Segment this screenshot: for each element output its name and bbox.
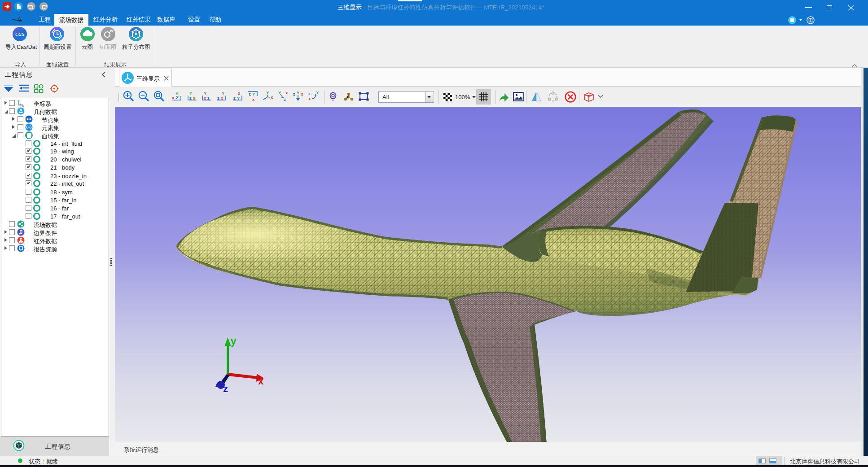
svg-text:Y: Y	[204, 91, 207, 96]
svg-text:x: x	[172, 95, 175, 100]
svg-text:Y: Y	[252, 92, 255, 96]
svg-text:Y: Y	[316, 90, 319, 95]
svg-text:x: x	[22, 104, 24, 107]
svg-text:x: x	[285, 90, 288, 95]
svg-text:z: z	[284, 97, 286, 102]
svg-text:Y: Y	[297, 90, 300, 95]
svg-text:z: z	[20, 103, 22, 106]
svg-text:z: z	[263, 96, 265, 101]
svg-text:y: y	[231, 336, 237, 347]
svg-text:Z: Z	[176, 95, 179, 100]
svg-text:Y: Y	[266, 90, 269, 95]
svg-text:x: x	[238, 91, 241, 96]
svg-text:z: z	[249, 92, 251, 96]
svg-text:Y: Y	[222, 91, 225, 96]
svg-text:z: z	[308, 91, 311, 96]
svg-text:z: z	[293, 92, 295, 96]
svg-text:x: x	[308, 96, 311, 101]
svg-text:Y: Y	[189, 91, 193, 96]
svg-text:z: z	[223, 383, 228, 394]
svg-text:x: x	[301, 92, 303, 96]
svg-text:x: x	[258, 375, 264, 387]
svg-text:x: x	[252, 97, 255, 102]
svg-text:x: x	[271, 95, 273, 100]
